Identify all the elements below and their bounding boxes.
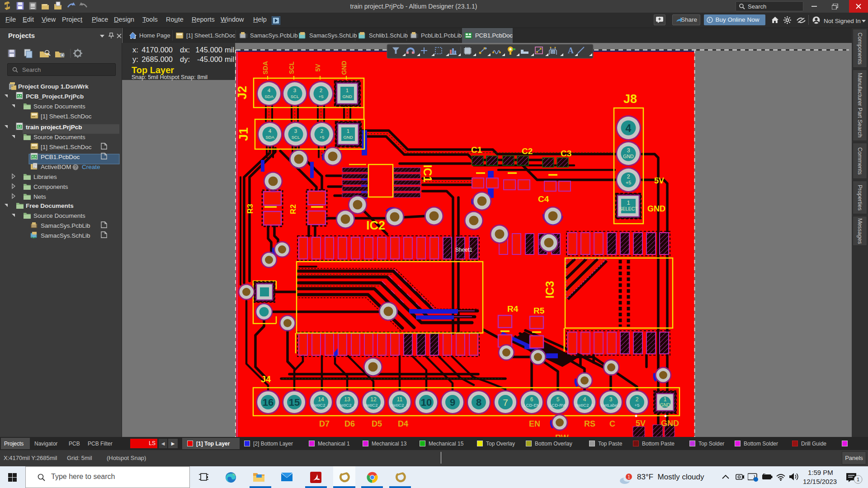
svg-text:x:: x: <box>132 46 138 54</box>
svg-text:EN: EN <box>529 419 540 428</box>
svg-text:14: 14 <box>318 396 324 403</box>
svg-text:PCB1.PcbDoc: PCB1.PcbDoc <box>41 154 80 160</box>
svg-text:GND: GND <box>647 204 665 213</box>
svg-text:+5: +5 <box>635 403 640 408</box>
svg-text:R2: R2 <box>289 204 297 214</box>
svg-text:5V: 5V <box>636 419 646 428</box>
svg-text:145.000: 145.000 <box>195 46 222 54</box>
svg-text:?: ? <box>74 165 77 170</box>
svg-text:Create: Create <box>82 164 100 170</box>
svg-text:3: 3 <box>609 396 613 403</box>
svg-text:NetIC2_3: NetIC2_3 <box>338 403 356 408</box>
svg-text:C3: C3 <box>561 149 571 158</box>
svg-text:ActiveBOM: ActiveBOM <box>41 164 71 170</box>
svg-text:1: 1 <box>346 88 349 93</box>
svg-text:SCL: SCL <box>291 94 299 99</box>
svg-text:GND: GND <box>340 61 348 75</box>
svg-text:1: 1 <box>347 128 349 134</box>
svg-text:12: 12 <box>370 396 377 403</box>
svg-text:10: 10 <box>551 51 555 54</box>
svg-text:Nets: Nets <box>33 193 46 200</box>
svg-text:9: 9 <box>450 397 455 408</box>
svg-text:4: 4 <box>626 122 632 134</box>
svg-text:D4: D4 <box>398 419 408 428</box>
svg-text:Components: Components <box>33 183 68 190</box>
svg-text:SDA: SDA <box>265 135 274 140</box>
svg-text:-45.000: -45.000 <box>197 55 222 63</box>
svg-text:+5: +5 <box>319 94 324 99</box>
svg-text:C2: C2 <box>522 146 533 156</box>
svg-text:IC3: IC3 <box>543 281 556 299</box>
svg-text:2: 2 <box>320 88 322 93</box>
svg-text:dx:: dx: <box>180 46 190 54</box>
svg-text:1: 1 <box>857 477 859 482</box>
svg-text:Source Documents: Source Documents <box>33 134 85 141</box>
svg-text:IC1: IC1 <box>421 165 434 183</box>
svg-text:SamacSys.SchLib: SamacSys.SchLib <box>41 232 90 239</box>
svg-text:J8: J8 <box>623 92 637 106</box>
svg-text:Source Documents: Source Documents <box>33 103 85 110</box>
svg-text:GND: GND <box>342 94 352 99</box>
svg-text:Libraries: Libraries <box>33 174 57 180</box>
svg-text:16: 16 <box>263 397 274 408</box>
svg-text:1: 1 <box>664 396 667 403</box>
svg-text:6: 6 <box>530 396 533 403</box>
svg-text:C4: C4 <box>538 194 549 204</box>
svg-text:R3: R3 <box>246 204 255 214</box>
svg-text:2: 2 <box>636 396 639 403</box>
svg-text:11: 11 <box>397 396 403 403</box>
svg-text:SDA: SDA <box>264 94 274 99</box>
svg-text:D7: D7 <box>319 419 330 428</box>
svg-text:5: 5 <box>557 396 560 403</box>
svg-text:2: 2 <box>321 128 323 134</box>
svg-text:GND: GND <box>623 154 634 159</box>
svg-text:+5: +5 <box>626 180 631 185</box>
svg-text:C: C <box>609 419 615 428</box>
svg-text:RS: RS <box>584 419 595 428</box>
svg-text:1: 1 <box>627 474 630 479</box>
svg-text:4: 4 <box>269 128 272 134</box>
svg-text:NetIC2_4: NetIC2_4 <box>364 403 382 408</box>
svg-text:[1] Sheet1.SchDoc: [1] Sheet1.SchDoc <box>41 144 92 150</box>
svg-text:PCB_Project.PrjPcb: PCB_Project.PrjPcb <box>26 93 84 100</box>
svg-text:13: 13 <box>344 396 350 403</box>
svg-text:Sheet1: Sheet1 <box>455 247 472 253</box>
svg-text:dy:: dy: <box>180 55 190 63</box>
svg-text:mil: mil <box>225 46 234 54</box>
svg-text:train project.PrjPcb: train project.PrjPcb <box>26 124 82 131</box>
svg-text:SCL: SCL <box>292 135 300 140</box>
svg-text:GND: GND <box>661 419 679 428</box>
svg-text:SELECT: SELECT <box>619 206 638 211</box>
svg-text:NetLabel2: NetLabel2 <box>601 403 620 408</box>
svg-text:NetIC2_8: NetIC2_8 <box>576 403 594 408</box>
svg-text:7: 7 <box>503 397 508 408</box>
svg-text:4170.000: 4170.000 <box>142 46 173 54</box>
svg-text:2: 2 <box>627 173 630 180</box>
svg-text:NetIC2_2: NetIC2_2 <box>312 403 330 408</box>
svg-text:3: 3 <box>294 128 297 134</box>
svg-text:NetIC2_5: NetIC2_5 <box>391 403 409 408</box>
svg-text:3: 3 <box>627 147 630 154</box>
svg-text:4: 4 <box>268 88 271 93</box>
svg-text:y:: y: <box>132 55 138 63</box>
svg-text:2685.000: 2685.000 <box>142 55 173 63</box>
svg-text:D5: D5 <box>372 419 382 428</box>
svg-text:[1] Sheet1.SchDoc: [1] Sheet1.SchDoc <box>41 113 92 120</box>
svg-text:Source Documents: Source Documents <box>33 212 85 219</box>
svg-text:LCD-RW: LCD-RW <box>549 403 566 408</box>
svg-text:C1: C1 <box>471 145 482 155</box>
svg-text:J1: J1 <box>237 127 250 141</box>
svg-text:GND: GND <box>660 403 670 408</box>
svg-text:Top Layer: Top Layer <box>132 65 174 75</box>
svg-text:1: 1 <box>627 199 630 206</box>
svg-text:SCL: SCL <box>288 61 295 74</box>
svg-text:15: 15 <box>289 397 300 408</box>
svg-text:LCD-EN: LCD-EN <box>524 403 540 408</box>
svg-text:mil: mil <box>225 55 234 63</box>
svg-text:J4: J4 <box>261 374 271 384</box>
svg-text:3: 3 <box>293 88 296 93</box>
svg-text:R4: R4 <box>507 304 519 314</box>
svg-text:SDA: SDA <box>262 61 269 75</box>
svg-text:IC2: IC2 <box>366 219 385 232</box>
svg-text:RW: RW <box>555 433 569 437</box>
